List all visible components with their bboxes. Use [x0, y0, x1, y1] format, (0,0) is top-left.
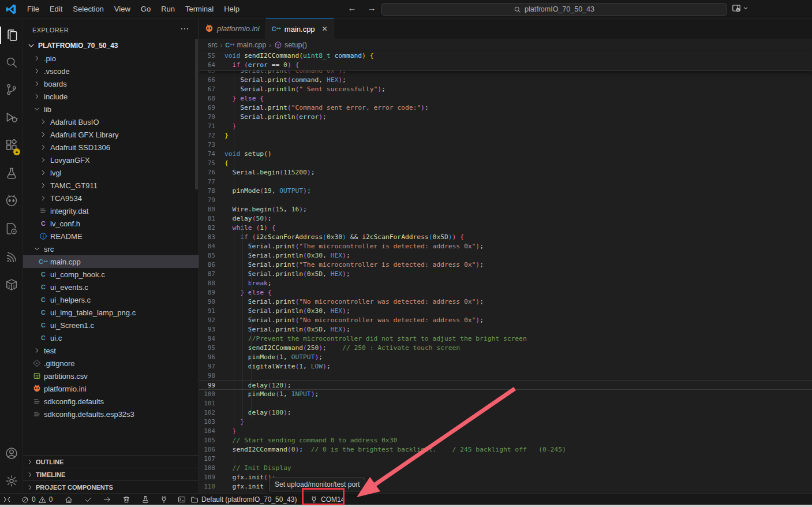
pane-project-components[interactable]: PROJECT COMPONENTS — [23, 480, 199, 493]
code-line-85[interactable]: 85 Serial.println(0x30, HEX); — [199, 251, 812, 260]
code-line-106[interactable]: 106 sendI2CCommand(0); // 0 is the brigh… — [199, 445, 812, 454]
code-line-73[interactable]: 73 — [199, 140, 812, 150]
tree-item-adafruit-ssd1306[interactable]: Adafruit SSD1306 — [23, 141, 199, 154]
statusbar-item-pio-test[interactable] — [141, 494, 149, 505]
activitybar-testing[interactable] — [0, 165, 23, 182]
tree-item-integrity-dat[interactable]: integrity.dat — [23, 204, 199, 217]
statusbar-item-pio-upload[interactable] — [103, 494, 111, 505]
breadcrumb-item-main-cpp[interactable]: C++main.cpp — [225, 41, 266, 49]
statusbar-item-pio-env[interactable]: Default (platfromIO_70_50_43) — [190, 494, 297, 505]
pane-timeline[interactable]: TIMELINE — [23, 468, 199, 480]
code-line-76[interactable]: 76 Serial.begin(115200); — [199, 168, 812, 177]
statusbar-item-pio-terminal[interactable] — [178, 494, 186, 505]
code-line-78[interactable]: 78 pinMode(19, OUTPUT); — [199, 187, 812, 196]
activitybar-containers[interactable] — [0, 276, 23, 293]
statusbar-item-remote[interactable] — [3, 494, 11, 505]
code-line-96[interactable]: 96 pinMode(1, OUTPUT); — [199, 353, 812, 362]
tree-item-boards[interactable]: boards — [23, 77, 199, 90]
sticky-scroll[interactable]: 55void sendI2CCommand(uint8_t command) {… — [199, 51, 812, 70]
tree-item-lovyangfx[interactable]: LovyanGFX — [23, 154, 199, 166]
tree-item-readme[interactable]: README — [23, 230, 199, 243]
code-line-69[interactable]: 69 Serial.print("Command sent error, err… — [199, 103, 812, 113]
customize-layout-button[interactable] — [732, 3, 749, 13]
statusbar-item-problems[interactable]: 00 — [21, 494, 53, 505]
sidebar-scrollbar[interactable] — [195, 39, 198, 189]
menu-help[interactable]: Help — [219, 2, 245, 16]
tree-item-ui-img-table-lamp-png-c[interactable]: Cui_img_table_lamp_png.c — [23, 306, 199, 319]
code-line-66[interactable]: 66 Serial.print(command, HEX); — [199, 76, 812, 85]
code-line-94[interactable]: 94 //Prevent the microcontroller did not… — [199, 334, 812, 344]
tree-item-ui-events-c[interactable]: Cui_events.c — [23, 281, 199, 293]
tree-item--vscode[interactable]: .vscode — [23, 65, 199, 77]
tab-main-cpp[interactable]: C++main.cpp✕ — [266, 18, 334, 39]
breadcrumb[interactable]: src›C++main.cpp›setup() — [199, 39, 812, 51]
tree-item-include[interactable]: include — [23, 90, 199, 103]
code-line-108[interactable]: 108 // Init Display — [199, 464, 812, 473]
code-line-100[interactable]: 100 pinMode(1, INPUT); — [199, 390, 812, 399]
tab-platformio-ini[interactable]: platformio.ini — [199, 18, 266, 39]
activitybar-source-control[interactable] — [0, 81, 23, 98]
code-line-88[interactable]: 88 break; — [199, 279, 812, 288]
code-line-101[interactable]: 101 — [199, 399, 812, 408]
code-line-104[interactable]: 104 } — [199, 427, 812, 436]
tree-item-ui-c[interactable]: Cui.c — [23, 331, 199, 344]
tree-item--pio[interactable]: .pio — [23, 52, 199, 65]
code-line-87[interactable]: 87 Serial.println(0x5D, HEX); — [199, 270, 812, 279]
menu-view[interactable]: View — [109, 2, 136, 16]
tree-item-src[interactable]: src — [23, 243, 199, 255]
pane-outline[interactable]: OUTLINE — [23, 455, 199, 468]
code-line-102[interactable]: 102 delay(100); — [199, 408, 812, 417]
menu-run[interactable]: Run — [156, 2, 180, 16]
tree-item-ui-screen1-c[interactable]: Cui_Screen1.c — [23, 319, 199, 331]
code-line-91[interactable]: 91 Serial.println(0x30, HEX); — [199, 307, 812, 316]
activitybar-explorer[interactable] — [0, 27, 23, 44]
code-line-93[interactable]: 93 Serial.println(0x5D, HEX); — [199, 325, 812, 334]
activitybar-settings[interactable] — [0, 472, 23, 490]
tree-item-partitions-csv[interactable]: partitions.csv — [23, 370, 199, 382]
code-line-68[interactable]: 68 } else { — [199, 94, 812, 103]
code-line-107[interactable]: 107 — [199, 454, 812, 464]
forward-icon[interactable]: → — [366, 3, 377, 13]
statusbar-item-pio-monitor[interactable] — [160, 494, 168, 505]
menu-go[interactable]: Go — [136, 2, 156, 16]
activitybar-search[interactable] — [0, 54, 23, 71]
tree-item-tca9534[interactable]: TCA9534 — [23, 192, 199, 204]
activitybar-accounts[interactable] — [0, 445, 23, 462]
tree-item-lib[interactable]: lib — [23, 103, 199, 115]
tree-item-adafruit-gfx-library[interactable]: Adafruit GFX Library — [23, 128, 199, 141]
command-center-search[interactable]: platfromIO_70_50_43 — [381, 3, 727, 16]
tree-item-sdkconfig-defaults-esp32s3[interactable]: sdkconfig.defaults.esp32s3 — [23, 408, 199, 420]
code-line-84[interactable]: 84 Serial.print("The microcontroller is … — [199, 242, 812, 251]
code-line-72[interactable]: 72} — [199, 131, 812, 140]
tree-item-main-cpp[interactable]: C++main.cpp — [23, 255, 199, 268]
code-line-74[interactable]: 74void setup() — [199, 150, 812, 159]
code-line-92[interactable]: 92 Serial.print("No microcontroller was … — [199, 316, 812, 325]
code-line-80[interactable]: 80 Wire.begin(15, 16); — [199, 205, 812, 214]
tree-item-tamc-gt911[interactable]: TAMC_GT911 — [23, 179, 199, 192]
menu-selection[interactable]: Selection — [68, 2, 108, 16]
code-line-81[interactable]: 81 delay(50); — [199, 214, 812, 223]
code-line-83[interactable]: 83 if (i2cScanForAddress(0x30) && i2cSca… — [199, 233, 812, 242]
statusbar-item-pio-clean[interactable] — [122, 494, 130, 505]
code-line-67[interactable]: 67 Serial.println(" Sent successfully"); — [199, 85, 812, 94]
breadcrumb-item-setup-[interactable]: setup() — [274, 41, 307, 49]
tree-item-platformio-ini[interactable]: platformio.ini — [23, 382, 199, 395]
activitybar-idf-component[interactable] — [0, 220, 23, 237]
menu-terminal[interactable]: Terminal — [180, 2, 219, 16]
code-line-70[interactable]: 70 Serial.println(error); — [199, 113, 812, 122]
code-line-98[interactable]: 98 — [199, 371, 812, 381]
activitybar-run-debug[interactable] — [0, 109, 23, 126]
tree-item-test[interactable]: test — [23, 344, 199, 357]
tree-item-ui-comp-hook-c[interactable]: Cui_comp_hook.c — [23, 268, 199, 281]
code-line-105[interactable]: 105 // Start sending command 0 to addres… — [199, 436, 812, 445]
code-line-89[interactable]: 89 } else { — [199, 288, 812, 297]
tree-item-lvgl[interactable]: lvgl — [23, 166, 199, 179]
code-line-90[interactable]: 90 Serial.print("No microcontroller was … — [199, 297, 812, 307]
tree-item-sdkconfig-defaults[interactable]: sdkconfig.defaults — [23, 395, 199, 408]
tree-item--gitignore[interactable]: .gitignore — [23, 357, 199, 370]
tree-item-adafruit-busio[interactable]: Adafruit BusIO — [23, 115, 199, 128]
menu-edit[interactable]: Edit — [44, 2, 68, 16]
statusbar-item-pio-home[interactable] — [65, 494, 73, 505]
code-line-82[interactable]: 82 while (1) { — [199, 223, 812, 233]
code-line-86[interactable]: 86 Serial.print("The microcontroller is … — [199, 260, 812, 270]
